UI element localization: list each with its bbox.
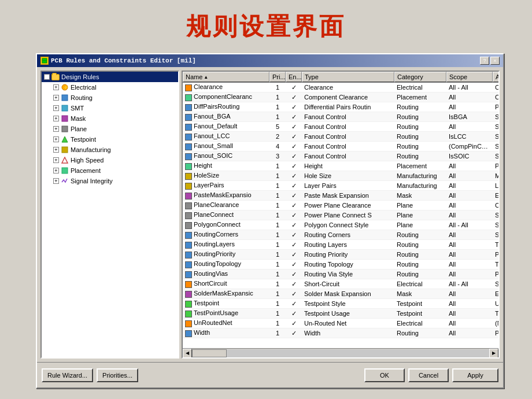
expand-btn-smt[interactable]: + [53, 105, 59, 111]
cell-type: Polygon Connect Style [302, 221, 394, 229]
tree-label-smt: SMT [71, 105, 84, 112]
cell-type: Routing Topology [302, 260, 394, 268]
table-row[interactable]: PlaneConnect 1 ✓ Power Plane Connect S P… [183, 210, 498, 220]
cell-scope: All [446, 191, 493, 200]
header-attributes[interactable]: Attributes [493, 72, 500, 82]
apply-button[interactable]: Apply [452, 368, 498, 382]
expand-btn-placement[interactable]: + [53, 168, 59, 173]
svg-rect-4 [62, 95, 68, 101]
highspeed-icon [60, 156, 69, 165]
table-row[interactable]: Clearance 1 ✓ Clearance Electrical All -… [183, 83, 498, 93]
table-row[interactable]: Fanout_Default 5 ✓ Fanout Control Routin… [183, 122, 498, 132]
cell-type: Height [302, 162, 394, 170]
cell-type: Power Plane Connect S [302, 211, 394, 219]
header-type[interactable]: Type [302, 72, 394, 82]
tree-item-mask[interactable]: + Mask [42, 113, 178, 124]
header-category[interactable]: Category [394, 72, 446, 82]
expand-btn-highspeed[interactable]: + [53, 157, 59, 163]
header-name[interactable]: Name ▲ [183, 72, 269, 82]
cell-pri: 1 [269, 182, 286, 190]
tree-item-plane[interactable]: + Plane [42, 124, 178, 134]
tree-label-signal-integrity: Signal Integrity [71, 178, 113, 184]
tree-item-high-speed[interactable]: + High Speed [42, 155, 178, 165]
table-row[interactable]: SolderMaskExpansic 1 ✓ Solder Mask Expan… [183, 289, 498, 299]
expand-btn-electrical[interactable]: + [53, 84, 59, 90]
priorities-button[interactable]: Priorities... [97, 368, 138, 382]
expand-btn-testpoint[interactable]: + [53, 136, 59, 142]
cell-name: HoleSize [183, 171, 269, 180]
cell-name: Width [183, 328, 269, 337]
tree-item-manufacturing[interactable]: + Manufacturing [42, 145, 178, 155]
cell-category: Routing [394, 132, 446, 141]
cell-en: ✓ [286, 103, 302, 112]
cell-scope: All [446, 172, 493, 180]
rule-wizard-button[interactable]: Rule Wizard... [42, 368, 93, 382]
table-row[interactable]: Height 1 ✓ Height Placement All Pref Hei… [183, 161, 498, 171]
expand-btn-manufacturing[interactable]: + [53, 147, 59, 153]
table-row[interactable]: RoutingCorners 1 ✓ Routing Corners Routi… [183, 230, 498, 240]
expand-btn[interactable]: - [44, 74, 50, 80]
cell-category: Plane [394, 201, 446, 209]
table-row[interactable]: Width 1 ✓ Width Routing All Pref Width =… [183, 328, 498, 338]
table-row[interactable]: UnRoutedNet 1 ✓ Un-Routed Net Electrical… [183, 319, 498, 328]
table-row[interactable]: RoutingLayers 1 ✓ Routing Layers Routing… [183, 240, 498, 250]
table-row[interactable]: LayerPairs 1 ✓ Layer Pairs Manufacturing… [183, 181, 498, 191]
table-row[interactable]: Fanout_BGA 1 ✓ Fanout Control Routing Is… [183, 112, 498, 122]
table-row[interactable]: HoleSize 1 ✓ Hole Size Manufacturing All… [183, 171, 498, 181]
cell-pri: 1 [269, 103, 286, 111]
cell-scope: (CompPinCount < 5) [446, 142, 493, 150]
cell-en: ✓ [286, 182, 302, 190]
cell-pri: 1 [269, 93, 286, 101]
tree-item-routing[interactable]: + Routing [42, 93, 178, 103]
cell-name: PolygonConnect [183, 220, 269, 229]
tree-item-smt[interactable]: + SMT [42, 103, 178, 113]
ok-button[interactable]: OK [364, 368, 405, 382]
tree-item-signal-integrity[interactable]: + Signal Integrity [42, 176, 178, 186]
cell-type: Short-Circuit [302, 280, 394, 288]
table-row[interactable]: PlaneClearance 1 ✓ Power Plane Clearance… [183, 201, 498, 210]
table-row[interactable]: Fanout_LCC 2 ✓ Fanout Control Routing Is… [183, 132, 498, 142]
cell-name: Height [183, 161, 269, 170]
table-row[interactable]: TestPointUsage 1 ✓ Testpoint Usage Testp… [183, 309, 498, 319]
table-row[interactable]: ShortCircuit 1 ✓ Short-Circuit Electrica… [183, 279, 498, 289]
help-button[interactable]: ? [480, 57, 489, 65]
scroll-track[interactable] [192, 349, 489, 357]
signal-icon [60, 176, 69, 186]
expand-btn-routing[interactable]: + [53, 95, 59, 101]
table-row[interactable]: Fanout_SOIC 3 ✓ Fanout Control Routing I… [183, 152, 498, 161]
scroll-left-btn[interactable]: ◀ [183, 349, 192, 358]
mask-icon [60, 114, 69, 123]
folder-icon [51, 72, 60, 82]
tree-item-electrical[interactable]: + ⚡ Electrical [42, 82, 178, 93]
scroll-right-btn[interactable]: ▶ [489, 349, 498, 358]
cell-name: RoutingTopology [183, 260, 269, 268]
expand-btn-signal[interactable]: + [53, 178, 59, 184]
cell-pri: 1 [269, 329, 286, 337]
expand-btn-mask[interactable]: + [53, 116, 59, 121]
table-row[interactable]: PasteMaskExpansio 1 ✓ Paste Mask Expansi… [183, 191, 498, 201]
table-row[interactable]: DiffPairsRouting 1 ✓ Differential Pairs … [183, 102, 498, 112]
header-scope[interactable]: Scope [446, 72, 493, 82]
cell-pri: 1 [269, 319, 286, 327]
tree-item-placement[interactable]: + Placement [42, 165, 178, 176]
close-button[interactable]: × [490, 57, 500, 65]
table-row[interactable]: Fanout_Small 4 ✓ Fanout Control Routing … [183, 142, 498, 152]
cell-scope: All [446, 260, 493, 268]
header-en[interactable]: En... [286, 72, 302, 82]
horizontal-scrollbar[interactable]: ◀ ▶ [183, 348, 498, 357]
cell-en: ✓ [286, 142, 302, 151]
table-row[interactable]: ComponentClearanc 1 ✓ Component Clearanc… [183, 93, 498, 102]
table-row[interactable]: RoutingVias 1 ✓ Routing Via Style Routin… [183, 269, 498, 279]
table-row[interactable]: RoutingTopology 1 ✓ Routing Topology Rou… [183, 260, 498, 269]
table-row[interactable]: PolygonConnect 1 ✓ Polygon Connect Style… [183, 220, 498, 230]
table-row[interactable]: Testpoint 1 ✓ Testpoint Style Testpoint … [183, 299, 498, 309]
header-pri[interactable]: Pri... [269, 72, 286, 82]
cancel-button[interactable]: Cancel [408, 368, 449, 382]
table-row[interactable]: RoutingPriority 1 ✓ Routing Priority Rou… [183, 250, 498, 260]
expand-btn-plane[interactable]: + [53, 126, 59, 132]
tree-item-design-rules[interactable]: - Design Rules [42, 72, 178, 82]
cell-category: Routing [394, 270, 446, 278]
tree-item-testpoint[interactable]: + Testpoint [42, 134, 178, 145]
cell-pri: 3 [269, 152, 286, 160]
cell-pri: 1 [269, 221, 286, 229]
